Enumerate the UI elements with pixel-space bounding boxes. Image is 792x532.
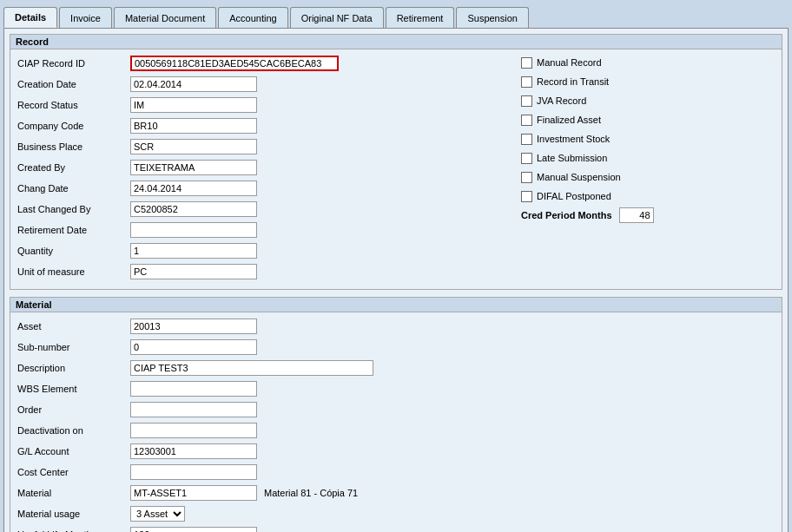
material-section: Material Asset Sub-number Description WB… (10, 297, 782, 532)
deactivation-on-row: Deactivation on (17, 422, 775, 439)
asset-label: Asset (17, 321, 130, 332)
unit-of-measure-input[interactable] (130, 264, 257, 279)
material-section-body: Asset Sub-number Description WBS Element… (10, 312, 782, 532)
material-usage-row: Material usage 3 Asset (17, 505, 775, 522)
finalized-asset-checkbox[interactable] (521, 115, 532, 126)
record-section: Record CIAP Record ID Creation Date Reco… (10, 34, 782, 290)
useful-life-months-row: Useful Life Months (17, 526, 775, 532)
tab-original-nf-data[interactable]: Original NF Data (290, 7, 384, 28)
finalized-asset-label: Finalized Asset (537, 115, 601, 125)
sub-number-input[interactable] (130, 339, 257, 355)
difal-postponed-checkbox[interactable] (521, 191, 532, 202)
investment-stock-checkbox[interactable] (521, 134, 532, 145)
tab-details[interactable]: Details (3, 7, 57, 28)
gl-account-label: G/L Account (17, 446, 130, 456)
asset-input[interactable] (130, 319, 257, 334)
record-status-input[interactable] (130, 97, 257, 113)
investment-stock-label: Investment Stock (537, 134, 610, 144)
wbs-element-input[interactable] (130, 381, 257, 397)
cost-center-label: Cost Center (17, 467, 130, 477)
created-by-input[interactable] (130, 160, 257, 175)
ciap-record-id-row: CIAP Record ID (17, 55, 504, 72)
manual-suspension-row: Manual Suspension (521, 169, 775, 185)
tabs-bar: Details Invoice Material Document Accoun… (0, 0, 792, 28)
description-row: Description (17, 359, 775, 377)
material-extra-label: Material 81 - Cópia 71 (264, 488, 358, 498)
cost-center-row: Cost Center (17, 463, 775, 481)
jva-record-checkbox[interactable] (521, 95, 532, 107)
business-place-row: Business Place (17, 138, 504, 155)
cred-period-label: Cred Period Months (521, 210, 612, 220)
chang-date-input[interactable] (130, 181, 257, 196)
investment-stock-row: Investment Stock (521, 131, 775, 147)
manual-record-row: Manual Record (521, 55, 775, 70)
record-section-header: Record (10, 35, 782, 49)
tab-accounting[interactable]: Accounting (218, 7, 287, 28)
wbs-element-row: WBS Element (17, 380, 775, 397)
manual-suspension-label: Manual Suspension (537, 172, 621, 182)
created-by-row: Created By (17, 159, 504, 176)
creation-date-row: Creation Date (17, 76, 504, 93)
late-submission-checkbox[interactable] (521, 153, 532, 164)
tab-material-document[interactable]: Material Document (114, 7, 216, 28)
retirement-date-label: Retirement Date (17, 225, 130, 235)
cost-center-input[interactable] (130, 464, 257, 480)
business-place-input[interactable] (130, 139, 257, 154)
order-row: Order (17, 401, 775, 418)
main-content: Record CIAP Record ID Creation Date Reco… (3, 28, 789, 532)
late-submission-row: Late Submission (521, 150, 775, 166)
sub-number-row: Sub-number (17, 338, 775, 356)
record-in-transit-checkbox[interactable] (521, 76, 532, 88)
record-fields-left: CIAP Record ID Creation Date Record Stat… (17, 55, 504, 284)
chang-date-row: Chang Date (17, 180, 504, 197)
material-usage-select[interactable]: 3 Asset (130, 506, 185, 522)
retirement-date-row: Retirement Date (17, 221, 504, 239)
cred-period-row: Cred Period Months (521, 207, 775, 223)
sub-number-label: Sub-number (17, 342, 130, 352)
jva-record-label: JVA Record (537, 95, 586, 106)
creation-date-input[interactable] (130, 76, 257, 92)
difal-postponed-label: DIFAL Postponed (537, 191, 611, 201)
description-input[interactable] (130, 360, 373, 376)
company-code-label: Company Code (17, 121, 130, 131)
material-input[interactable] (130, 485, 257, 501)
tab-retirement[interactable]: Retirement (386, 7, 455, 28)
deactivation-on-input[interactable] (130, 423, 257, 438)
record-fields-right: Manual Record Record in Transit JVA Reco… (504, 55, 775, 284)
record-status-label: Record Status (17, 100, 130, 110)
company-code-input[interactable] (130, 118, 257, 134)
record-in-transit-label: Record in Transit (537, 76, 609, 87)
order-input[interactable] (130, 402, 257, 417)
wbs-element-label: WBS Element (17, 384, 130, 394)
description-label: Description (17, 363, 130, 373)
ciap-record-id-label: CIAP Record ID (17, 58, 130, 69)
tab-suspension[interactable]: Suspension (456, 7, 529, 28)
gl-account-input[interactable] (130, 443, 257, 459)
quantity-input[interactable] (130, 243, 257, 259)
jva-record-row: JVA Record (521, 93, 775, 108)
manual-suspension-checkbox[interactable] (521, 172, 532, 183)
ciap-record-id-input[interactable] (130, 56, 339, 71)
material-row: Material Material 81 - Cópia 71 (17, 484, 775, 502)
record-in-transit-row: Record in Transit (521, 74, 775, 89)
asset-row: Asset (17, 318, 775, 335)
material-section-header: Material (10, 298, 782, 312)
unit-of-measure-label: Unit of measure (17, 266, 130, 277)
quantity-label: Quantity (17, 246, 130, 256)
created-by-label: Created By (17, 162, 130, 173)
late-submission-label: Late Submission (537, 153, 607, 163)
chang-date-label: Chang Date (17, 183, 130, 194)
company-code-row: Company Code (17, 117, 504, 135)
business-place-label: Business Place (17, 141, 130, 152)
tab-invoice[interactable]: Invoice (59, 7, 112, 28)
finalized-asset-row: Finalized Asset (521, 112, 775, 128)
retirement-date-input[interactable] (130, 222, 257, 238)
record-section-body: CIAP Record ID Creation Date Record Stat… (10, 49, 782, 289)
quantity-row: Quantity (17, 242, 504, 259)
last-changed-by-input[interactable] (130, 201, 257, 217)
material-usage-label: Material usage (17, 509, 130, 519)
cred-period-input[interactable] (619, 207, 654, 223)
useful-life-months-input[interactable] (130, 527, 257, 532)
manual-record-checkbox[interactable] (521, 57, 532, 69)
record-status-row: Record Status (17, 96, 504, 114)
